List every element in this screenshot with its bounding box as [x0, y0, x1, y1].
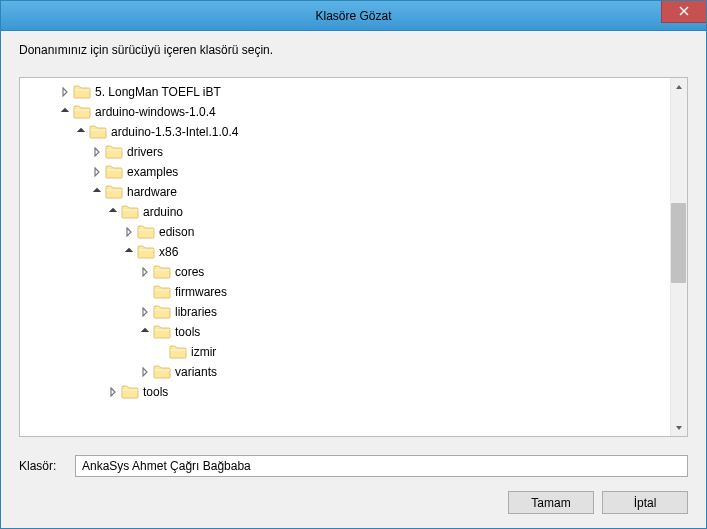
chevron-right-icon[interactable]	[106, 385, 120, 399]
chevron-down-icon[interactable]	[122, 245, 136, 259]
folder-icon	[121, 204, 139, 220]
tree-item-label: cores	[175, 265, 204, 279]
tree-item-label: arduino	[143, 205, 183, 219]
tree-item[interactable]: arduino	[22, 202, 687, 222]
button-row: Tamam İptal	[19, 491, 688, 514]
scrollbar-thumb[interactable]	[671, 203, 686, 283]
chevron-down-icon[interactable]	[58, 105, 72, 119]
chevron-right-icon[interactable]	[90, 165, 104, 179]
folder-field-label: Klasör:	[19, 459, 63, 473]
tree-item-label: arduino-1.5.3-Intel.1.0.4	[111, 125, 238, 139]
tree-item-label: hardware	[127, 185, 177, 199]
folder-icon	[153, 304, 171, 320]
folder-icon	[105, 184, 123, 200]
tree-item[interactable]: hardware	[22, 182, 687, 202]
tree-item[interactable]: examples	[22, 162, 687, 182]
chevron-right-icon[interactable]	[58, 85, 72, 99]
chevron-right-icon[interactable]	[122, 225, 136, 239]
folder-icon	[169, 344, 187, 360]
scrollbar-track[interactable]	[670, 78, 687, 436]
tree-item[interactable]: libraries	[22, 302, 687, 322]
tree-item[interactable]: firmwares	[22, 282, 687, 302]
close-button[interactable]	[661, 1, 706, 23]
ok-button[interactable]: Tamam	[508, 491, 594, 514]
folder-icon	[121, 384, 139, 400]
folder-tree-container: 5. LongMan TOEFL iBTarduino-windows-1.0.…	[19, 77, 688, 437]
tree-item[interactable]: arduino-windows-1.0.4	[22, 102, 687, 122]
tree-item[interactable]: tools	[22, 382, 687, 402]
tree-item[interactable]: 5. LongMan TOEFL iBT	[22, 82, 687, 102]
folder-field-row: Klasör:	[19, 455, 688, 477]
tree-item-label: x86	[159, 245, 178, 259]
dialog-window: Klasöre Gözat Donanımınız için sürücüyü …	[0, 0, 707, 529]
folder-icon	[137, 224, 155, 240]
folder-input[interactable]	[75, 455, 688, 477]
tree-item[interactable]: arduino-1.5.3-Intel.1.0.4	[22, 122, 687, 142]
folder-icon	[153, 264, 171, 280]
tree-item[interactable]: izmir	[22, 342, 687, 362]
folder-icon	[105, 144, 123, 160]
chevron-down-icon[interactable]	[106, 205, 120, 219]
expander-spacer	[154, 345, 168, 359]
tree-item[interactable]: variants	[22, 362, 687, 382]
chevron-right-icon[interactable]	[138, 365, 152, 379]
tree-item-label: edison	[159, 225, 194, 239]
tree-item[interactable]: cores	[22, 262, 687, 282]
scroll-up-arrow-icon[interactable]	[670, 78, 687, 95]
tree-item[interactable]: edison	[22, 222, 687, 242]
tree-item[interactable]: drivers	[22, 142, 687, 162]
tree-item-label: tools	[175, 325, 200, 339]
folder-icon	[89, 124, 107, 140]
folder-icon	[105, 164, 123, 180]
instruction-text: Donanımınız için sürücüyü içeren klasörü…	[19, 43, 688, 57]
titlebar: Klasöre Gözat	[1, 1, 706, 31]
expander-spacer	[138, 285, 152, 299]
folder-icon	[73, 104, 91, 120]
tree-item-label: drivers	[127, 145, 163, 159]
tree-item-label: izmir	[191, 345, 216, 359]
folder-icon	[153, 284, 171, 300]
tree-item-label: arduino-windows-1.0.4	[95, 105, 216, 119]
scroll-down-arrow-icon[interactable]	[670, 419, 687, 436]
tree-item[interactable]: tools	[22, 322, 687, 342]
folder-icon	[153, 324, 171, 340]
cancel-button[interactable]: İptal	[602, 491, 688, 514]
tree-item-label: libraries	[175, 305, 217, 319]
dialog-body: Donanımınız için sürücüyü içeren klasörü…	[1, 31, 706, 528]
chevron-down-icon[interactable]	[74, 125, 88, 139]
chevron-right-icon[interactable]	[90, 145, 104, 159]
tree-item[interactable]: x86	[22, 242, 687, 262]
close-icon	[679, 4, 689, 19]
tree-item-label: tools	[143, 385, 168, 399]
chevron-down-icon[interactable]	[90, 185, 104, 199]
tree-item-label: firmwares	[175, 285, 227, 299]
tree-item-label: 5. LongMan TOEFL iBT	[95, 85, 221, 99]
chevron-down-icon[interactable]	[138, 325, 152, 339]
window-title: Klasöre Gözat	[1, 9, 706, 23]
folder-icon	[137, 244, 155, 260]
folder-icon	[153, 364, 171, 380]
chevron-right-icon[interactable]	[138, 305, 152, 319]
folder-tree[interactable]: 5. LongMan TOEFL iBTarduino-windows-1.0.…	[20, 78, 687, 436]
chevron-right-icon[interactable]	[138, 265, 152, 279]
tree-item-label: examples	[127, 165, 178, 179]
folder-icon	[73, 84, 91, 100]
tree-item-label: variants	[175, 365, 217, 379]
